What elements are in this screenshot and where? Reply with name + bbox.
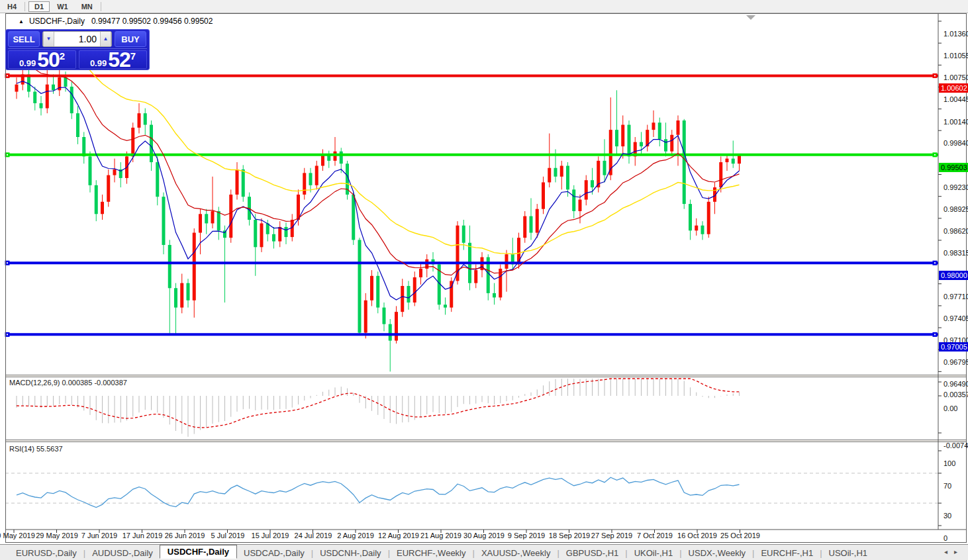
price-axis-label: 1.00140 [944, 118, 968, 126]
timeframe-button-h4[interactable]: H4 [1, 1, 23, 12]
rsi-axis-label: 100 [944, 459, 955, 467]
chart-tab-usdx-weekly[interactable]: USDX-,Weekly [682, 548, 752, 558]
price-axis-label: 0.96795 [944, 358, 968, 366]
timeframe-button-w1[interactable]: W1 [51, 1, 74, 12]
price-axis-label: 0.98315 [944, 249, 968, 257]
date-axis-label: 29 May 2019 [36, 532, 78, 539]
price-axis-label: 0.97710 [944, 293, 968, 301]
sell-price-big: 50 [37, 51, 60, 68]
date-axis-label: 7 Oct 2019 [637, 532, 673, 539]
date-axis-label: 7 Jun 2019 [81, 532, 117, 539]
mt4-window: H4D1W1MN ▲USDCHF-,Daily0.99477 0.99502 0… [0, 0, 968, 560]
chart-tab-eurusd-daily[interactable]: EURUSD-,Daily [9, 548, 83, 558]
buy-price-display[interactable]: 0.99527 [79, 50, 147, 69]
price-axis-label: 0.96490 [944, 380, 968, 388]
tab-scroll-left-icon[interactable]: ◂ [944, 548, 954, 555]
chart-tab-eurchf-h1[interactable]: EURCHF-,H1 [754, 548, 820, 558]
volume-decrease-button[interactable]: ▼ [43, 32, 54, 46]
chart-symbol-label: USDCHF-,Daily [29, 17, 85, 26]
chart-title: ▲USDCHF-,Daily0.99477 0.99502 0.99456 0.… [19, 17, 213, 26]
rsi-indicator-label: RSI(14) 55.5637 [9, 445, 63, 453]
chart-tab-usoil-h1[interactable]: USOil-,H1 [822, 548, 875, 558]
price-axis-label: 1.01055 [944, 52, 968, 60]
volume-input[interactable] [54, 32, 100, 46]
date-axis-label: 20 May 2019 [0, 532, 35, 539]
chart-tab-eurchf-weekly[interactable]: EURCHF-,Weekly [390, 548, 473, 558]
sell-price-sup: 2 [60, 52, 65, 60]
chart-tab-xauusd-weekly[interactable]: XAUUSD-,Weekly [475, 548, 557, 558]
price-axis-label: 0.98620 [944, 227, 968, 235]
date-axis-label: 21 Aug 2019 [420, 532, 461, 539]
symbol-tab-bar: EURUSD-,Daily|AUDUSD-,DailyUSDCHF-,Daily… [0, 544, 968, 560]
buy-price-big: 52 [108, 51, 130, 68]
date-axis-label: 25 Oct 2019 [720, 532, 760, 539]
timeframe-toolbar: H4D1W1MN [0, 0, 968, 13]
toolbar-separator [24, 2, 25, 11]
rsi-axis-label: 0 [944, 534, 947, 542]
buy-button[interactable]: BUY [115, 31, 146, 47]
date-axis-label: 26 Jun 2019 [165, 532, 205, 539]
main-chart-canvas[interactable] [0, 13, 968, 544]
date-axis-label: 5 Jul 2019 [211, 532, 245, 539]
date-axis-label: 12 Aug 2019 [378, 532, 419, 539]
timeframe-button-d1[interactable]: D1 [28, 1, 50, 12]
price-line-badge: 0.97005 [939, 342, 968, 351]
collapse-arrow-icon[interactable]: ▲ [19, 19, 24, 24]
date-axis-label: 18 Sep 2019 [549, 532, 590, 539]
tab-scroll-arrows: ◂▸ [944, 548, 964, 555]
chart-ohlc-values: 0.99477 0.99502 0.99456 0.99502 [91, 17, 213, 26]
date-axis-label: 24 Jul 2019 [295, 532, 332, 539]
one-click-trading-panel: SELL ▼ ▲ BUY 0.99502 0.99527 [5, 29, 150, 70]
rsi-axis-label: 30 [944, 512, 951, 520]
price-axis-label: 1.00750 [944, 73, 968, 81]
chart-window: ▲USDCHF-,Daily0.99477 0.99502 0.99456 0.… [0, 13, 968, 544]
chart-tab-ukoil-h1[interactable]: UKOil-,H1 [628, 548, 680, 558]
macd-axis-label: 0.003574 [944, 391, 968, 398]
sell-button[interactable]: SELL [8, 31, 40, 47]
price-line-badge: 0.98000 [939, 271, 968, 280]
price-line-badge: 0.99503 [939, 163, 968, 172]
price-axis-label: 0.97405 [944, 314, 968, 322]
macd-indicator-label: MACD(12,26,9) 0.000385 -0.000387 [9, 379, 127, 387]
price-axis-label: 0.99840 [944, 139, 968, 147]
rsi-axis-label: 70 [944, 482, 951, 490]
timeframe-button-mn[interactable]: MN [75, 1, 99, 12]
date-axis-label: 30 Aug 2019 [463, 532, 505, 539]
date-axis-label: 27 Sep 2019 [591, 532, 632, 539]
price-axis-label: 0.98925 [944, 205, 968, 213]
volume-spinner: ▼ ▲ [42, 31, 112, 47]
date-axis-label: 9 Sep 2019 [508, 532, 545, 539]
date-axis-label: 15 Jul 2019 [252, 532, 289, 539]
macd-axis-label: -0.00749 [944, 442, 968, 449]
price-line-badge: 1.00602 [939, 83, 968, 93]
chart-tab-usdcad-daily[interactable]: USDCAD-,Daily [237, 548, 311, 558]
toolbar-separator [101, 2, 101, 11]
buy-price-sup: 7 [130, 52, 136, 60]
price-axis-label: 1.00445 [944, 95, 968, 103]
sell-price-small: 0.99 [19, 58, 36, 68]
chart-tab-audusd-daily[interactable]: AUDUSD-,Daily [85, 548, 160, 558]
volume-increase-button[interactable]: ▲ [100, 32, 111, 46]
buy-price-small: 0.99 [90, 58, 107, 68]
sell-price-display[interactable]: 0.99502 [8, 50, 76, 69]
price-axis-label: 1.01360 [944, 30, 968, 38]
price-axis-label: 0.99230 [944, 183, 968, 191]
macd-axis-label: 0.00 [944, 404, 957, 412]
date-axis-label: 17 Jun 2019 [122, 532, 163, 539]
chart-tab-gbpusd-h1[interactable]: GBPUSD-,H1 [559, 548, 625, 558]
chart-tab-usdcnh-daily[interactable]: USDCNH-,Daily [313, 548, 387, 558]
date-axis-label: 2 Aug 2019 [337, 532, 374, 539]
chart-tab-usdchf-daily[interactable]: USDCHF-,Daily [160, 545, 237, 559]
date-axis-label: 16 Oct 2019 [677, 532, 717, 539]
tab-scroll-right-icon[interactable]: ▸ [954, 548, 964, 555]
